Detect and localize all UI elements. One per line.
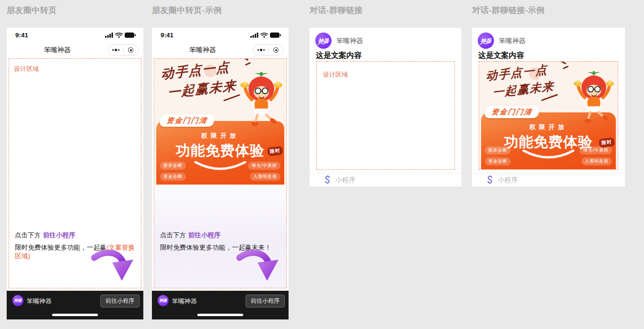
bottom-action-bar: 神器 笨嘴神器 前往小程序 <box>152 291 289 319</box>
battery-icon <box>270 33 281 38</box>
home-indicator[interactable] <box>197 314 243 316</box>
wifi-icon <box>115 33 123 38</box>
avatar-text: 神器 <box>160 298 167 303</box>
sender-avatar: 神器 <box>315 33 332 49</box>
poster-tags: 股东诊断资金诊断 增仓/中意榜入围明星股 <box>160 162 280 181</box>
cta-prefix: 点击下方 <box>15 231 41 239</box>
status-icons <box>250 33 281 38</box>
go-mini-program-link[interactable]: 前往小程序 <box>43 231 75 239</box>
tag: 入围明星股 <box>250 173 280 181</box>
promo-poster: 动手点一点 一起赢未来 <box>154 59 286 185</box>
wifi-icon <box>260 33 268 38</box>
sender-name: 笨嘴神器 <box>499 37 526 45</box>
status-bar: 9:41 <box>7 28 143 42</box>
title-decoration <box>559 62 567 65</box>
mini-program-capsule <box>108 44 139 55</box>
avatar-text: 神器 <box>318 37 329 44</box>
poster-title: 动手点一点 一起赢未来 <box>161 59 236 102</box>
status-icons <box>105 33 136 38</box>
panel-title: 对话-群聊链接-示例 <box>472 6 625 15</box>
status-time: 9:41 <box>15 32 28 39</box>
mini-program-label: 小程序 <box>498 176 518 185</box>
limited-time-badge: 限时 <box>267 146 283 156</box>
close-circle-icon[interactable] <box>269 47 284 53</box>
arrow-down-right-icon <box>91 249 135 287</box>
bottom-action-bar: 神器 笨嘴神器 前往小程序 <box>7 291 143 319</box>
tag: 股东诊断 <box>160 162 186 170</box>
sender-name: 笨嘴神器 <box>336 37 363 45</box>
phone-mockup-moments-example: 9:41 笨嘴神器 <box>152 28 289 319</box>
cta-prefix: 点击下方 <box>160 231 186 239</box>
status-bar: 9:41 <box>152 28 289 42</box>
mini-program-nav-bar: 笨嘴神器 <box>152 42 289 58</box>
design-area-example: 动手点一点 一起赢未来 <box>479 61 618 170</box>
tag: 增仓/中意榜 <box>248 162 280 170</box>
mini-program-nav-bar: 笨嘴神器 <box>7 42 143 58</box>
app-name: 笨嘴神器 <box>27 297 52 306</box>
cta-line1: 点击下方前往小程序 <box>160 231 285 240</box>
design-area-label: 设计区域 <box>14 65 39 73</box>
promo-poster: 动手点一点 一起赢未来 <box>479 62 618 169</box>
battery-icon <box>125 33 136 38</box>
mini-program-capsule <box>253 44 284 55</box>
design-area-example: 动手点一点 一起赢未来 <box>154 58 287 288</box>
poster-top-section: 动手点一点 一起赢未来 <box>154 59 286 121</box>
avatar-text: 神器 <box>481 37 491 44</box>
mini-program-icon <box>485 175 494 185</box>
app-name: 笨嘴神器 <box>172 297 197 306</box>
poster-headline: 功能免费体验限时 <box>481 132 616 152</box>
panel-moments-template: 朋友圈中转页 9:41 笨嘴神器 设计区域 <box>7 6 143 319</box>
panel-chat-link-example: 对话-群聊链接-示例 神器 笨嘴神器 这是文案内容 动手点一点 一起赢未来 <box>472 6 625 186</box>
mini-program-footer[interactable]: 小程序 <box>472 173 625 186</box>
nav-title: 笨嘴神器 <box>152 42 253 58</box>
app-avatar: 神器 <box>158 295 169 306</box>
mini-program-footer[interactable]: 小程序 <box>310 173 462 186</box>
go-mini-program-button[interactable]: 前往小程序 <box>100 295 140 307</box>
design-area-label: 设计区域 <box>323 70 348 79</box>
mini-program-label: 小程序 <box>335 176 355 185</box>
panel-title: 朋友圈中转页 <box>7 6 143 15</box>
chat-link-card[interactable]: 神器 笨嘴神器 这是文案内容 设计区域 小程序 <box>310 28 462 186</box>
design-canvas: 朋友圈中转页 9:41 笨嘴神器 设计区域 <box>0 0 644 329</box>
signal-icon <box>105 33 113 38</box>
headline-text: 功能免费体验 <box>176 143 265 158</box>
close-circle-icon[interactable] <box>124 47 139 53</box>
status-time: 9:41 <box>161 32 173 39</box>
panel-moments-example: 朋友圈中转页-示例 9:41 笨嘴神器 <box>152 6 289 319</box>
headline-text: 功能免费体验 <box>504 134 593 150</box>
nav-title: 笨嘴神器 <box>7 42 108 58</box>
poster-top-section: 动手点一点 一起赢未来 <box>479 62 618 112</box>
limited-time-badge: 限时 <box>599 137 615 147</box>
message-text: 这是文案内容 <box>316 51 362 61</box>
panel-title: 对话-群聊链接 <box>310 6 462 15</box>
ribbon-label: 资金门门清 <box>159 115 215 127</box>
avatar-text: 神器 <box>14 298 22 303</box>
go-mini-program-link[interactable]: 前往小程序 <box>188 231 221 239</box>
signal-icon <box>250 33 258 38</box>
more-options-icon[interactable] <box>108 49 123 51</box>
phone-mockup-moments: 9:41 笨嘴神器 设计区域 点击下方前往小程序 <box>7 28 143 319</box>
mascot-character <box>571 64 617 130</box>
tag: 资金诊断 <box>485 157 511 165</box>
arrow-down-right-icon <box>236 249 280 287</box>
mini-program-icon <box>323 175 331 185</box>
ribbon-label: 资金门门清 <box>484 106 540 118</box>
cta-line1: 点击下方前往小程序 <box>15 231 140 240</box>
app-avatar: 神器 <box>12 295 23 306</box>
panel-title: 朋友圈中转页-示例 <box>152 6 289 15</box>
title-decoration <box>241 59 249 61</box>
sender-avatar: 神器 <box>478 33 494 49</box>
tag: 资金诊断 <box>160 173 186 181</box>
home-indicator[interactable] <box>52 314 98 316</box>
more-options-icon[interactable] <box>254 49 268 51</box>
panel-chat-link-template: 对话-群聊链接 神器 笨嘴神器 这是文案内容 设计区域 小程序 <box>310 6 462 186</box>
design-area-placeholder: 设计区域 <box>316 61 455 170</box>
poster-title: 动手点一点 一起赢未来 <box>486 62 554 101</box>
message-text: 这是文案内容 <box>478 51 524 61</box>
design-area-placeholder: 设计区域 点击下方前往小程序 限时免费体验更多功能，一起赢(文案替换区域) <box>9 58 141 288</box>
mascot-character <box>237 63 285 134</box>
chat-link-card[interactable]: 神器 笨嘴神器 这是文案内容 动手点一点 一起赢未来 <box>472 28 625 186</box>
title-decoration <box>563 66 569 69</box>
go-mini-program-button[interactable]: 前往小程序 <box>246 295 285 307</box>
poster-headline: 功能免费体验限时 <box>156 141 284 161</box>
